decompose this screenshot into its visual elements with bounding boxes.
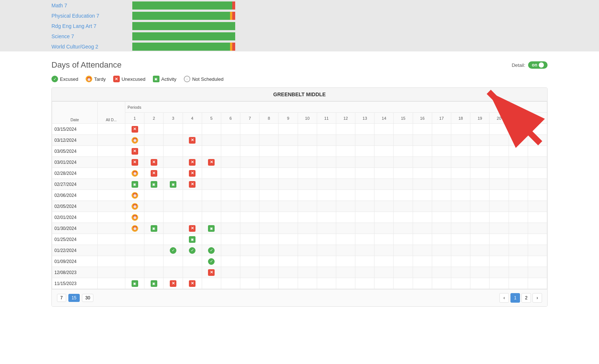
period-cell <box>202 190 221 201</box>
unexcused-cell-icon: ✕ <box>208 269 215 276</box>
tardy-cell-icon: ⏰ <box>132 203 138 210</box>
period-cell <box>470 201 489 212</box>
period-cell: ▣ <box>125 278 144 289</box>
period-cell <box>202 124 221 135</box>
course-name[interactable]: Rdg Eng Lang Art 7 <box>51 23 132 29</box>
period-cell <box>279 179 298 190</box>
period-cell <box>164 201 183 212</box>
all-day-cell <box>97 135 125 146</box>
page-prev-button[interactable]: ‹ <box>499 293 509 303</box>
page-number-button[interactable]: 2 <box>521 293 531 303</box>
all-day-cell <box>97 201 125 212</box>
all-day-cell <box>97 146 125 157</box>
page-next-button[interactable]: › <box>532 293 542 303</box>
activity-label: Activity <box>161 76 176 82</box>
course-row[interactable]: Science 7 <box>51 32 548 40</box>
period-cell <box>374 234 394 245</box>
period-cell <box>355 124 374 135</box>
page-size-button[interactable]: 7 <box>57 294 66 302</box>
period-cell <box>125 267 144 278</box>
unexcused-cell-icon: ✕ <box>208 159 215 166</box>
course-row[interactable]: Math 7 <box>51 1 548 10</box>
date-cell: 12/08/2023 <box>52 267 98 278</box>
period-cell <box>259 278 279 289</box>
date-cell: 03/12/2024 <box>52 135 98 146</box>
period-cell <box>394 146 413 157</box>
period-cell <box>279 223 298 234</box>
period-cell <box>259 267 279 278</box>
period-cell <box>336 267 355 278</box>
period-cell <box>183 201 202 212</box>
period-cell <box>144 201 164 212</box>
toggle-on-button[interactable]: on <box>528 61 548 69</box>
period-cell <box>279 245 298 256</box>
course-name[interactable]: World Cultur/Geog 2 <box>51 44 132 50</box>
date-header: Date <box>52 102 98 124</box>
period-cell: ▣ <box>125 179 144 190</box>
period-cell <box>336 190 355 201</box>
all-day-cell <box>97 234 125 245</box>
period-cell <box>355 190 374 201</box>
period-cell <box>164 256 183 267</box>
period-cell <box>489 157 509 168</box>
period-cell <box>528 278 547 289</box>
unexcused-cell-icon: ✕ <box>189 170 196 177</box>
period-cell <box>298 223 317 234</box>
period-cell <box>317 135 336 146</box>
legend-excused: ✓ Excused <box>51 76 78 82</box>
period-cell <box>374 190 394 201</box>
period-cell <box>451 212 470 223</box>
period-cell: ▣ <box>164 179 183 190</box>
period-cell <box>183 256 202 267</box>
page-number-button[interactable]: 1 <box>510 293 520 303</box>
period-cell <box>317 267 336 278</box>
detail-toggle[interactable]: Detail: on <box>512 61 548 69</box>
page-size-button[interactable]: 15 <box>68 294 80 302</box>
period-cell: ✕ <box>183 168 202 179</box>
period-cell <box>221 278 240 289</box>
period-cell: ▣ <box>202 223 221 234</box>
period-cell: ⏰ <box>125 212 144 223</box>
period-cell <box>259 179 279 190</box>
period-cell <box>528 234 547 245</box>
course-name[interactable]: Science 7 <box>51 33 132 39</box>
period-cell <box>183 190 202 201</box>
all-day-cell <box>97 256 125 267</box>
page-nav[interactable]: ‹12› <box>499 293 542 303</box>
period-cell <box>374 212 394 223</box>
table-row: 03/01/2024✕✕✕✕ <box>52 157 547 168</box>
period-cell <box>298 157 317 168</box>
period-cell <box>298 234 317 245</box>
period-cell <box>432 223 451 234</box>
page-sizes[interactable]: 71530 <box>57 294 93 302</box>
date-cell: 02/01/2024 <box>52 212 98 223</box>
period-cell <box>355 245 374 256</box>
course-row[interactable]: Physical Education 7 <box>51 12 548 20</box>
period-cell <box>432 245 451 256</box>
page-size-button[interactable]: 30 <box>82 294 93 302</box>
period-cell <box>240 179 259 190</box>
date-cell: 01/30/2024 <box>52 223 98 234</box>
course-name[interactable]: Math 7 <box>51 3 132 8</box>
period-cell <box>279 146 298 157</box>
period-cell <box>451 223 470 234</box>
period-cell <box>374 168 394 179</box>
period-cell <box>470 267 489 278</box>
period-cell <box>374 245 394 256</box>
period-cell <box>374 146 394 157</box>
period-cell <box>240 267 259 278</box>
period-cell <box>394 245 413 256</box>
date-cell: 03/15/2024 <box>52 124 98 135</box>
course-row[interactable]: Rdg Eng Lang Art 7 <box>51 22 548 30</box>
period-cell <box>355 212 374 223</box>
period-cell <box>164 267 183 278</box>
pagination: 71530 ‹12› <box>52 289 547 306</box>
course-name[interactable]: Physical Education 7 <box>51 13 132 19</box>
legend: ✓ Excused ⏰ Tardy ✕ Unexcused ▣ Activity… <box>51 76 548 82</box>
period-cell <box>317 124 336 135</box>
all-day-cell <box>97 124 125 135</box>
all-day-header: All D... <box>97 102 125 124</box>
course-row[interactable]: World Cultur/Geog 2 <box>51 43 548 51</box>
date-cell: 02/05/2024 <box>52 201 98 212</box>
annotation-arrow <box>467 84 570 152</box>
